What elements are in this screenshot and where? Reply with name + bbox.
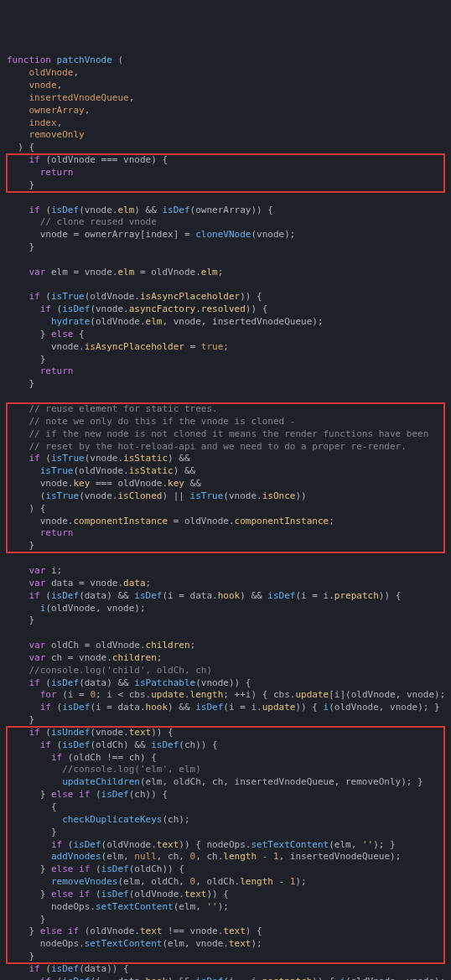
highlight-box-2: // reuse element for static trees. // no… <box>7 403 444 552</box>
highlight-box-1: if (oldVnode === vnode) { return } <box>7 154 444 192</box>
code-block: function patchVnode ( oldVnode, vnode, i… <box>0 49 451 980</box>
highlight-box-3: if (isUndef(vnode.text)) { if (isDef(old… <box>7 727 444 963</box>
